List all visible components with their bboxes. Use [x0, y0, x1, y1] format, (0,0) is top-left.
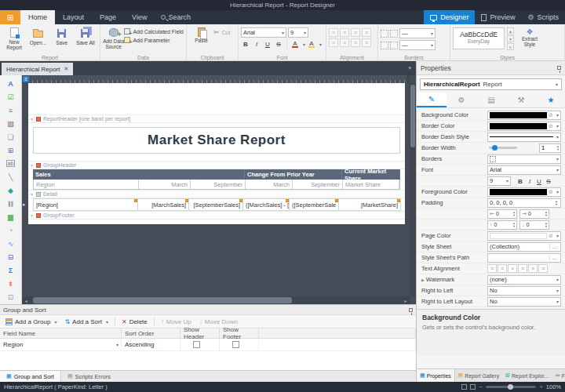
report-title-label-control[interactable]: Market Share Report: [33, 127, 400, 154]
font-color-button[interactable]: A: [290, 39, 300, 49]
save-all-button[interactable]: Save All: [74, 26, 97, 45]
add-calculated-field-button[interactable]: Add Calculated Field: [124, 28, 184, 34]
font-italic-button[interactable]: I: [525, 176, 534, 186]
table-header-row-1[interactable]: Sales Change From Prior Year Current Mar…: [33, 169, 400, 180]
data-category-tab[interactable]: ⚙: [447, 93, 476, 107]
border-color-editor[interactable]: ⊘▾: [487, 122, 561, 131]
align-middle-left-icon[interactable]: ≡: [518, 264, 527, 273]
property-row-text-alignment[interactable]: Text Alignment ≡ ≡ ≡ ≡ ≡ ≡: [417, 263, 565, 274]
property-row-background-color[interactable]: Background Color ⊘▾: [417, 110, 565, 121]
property-row-foreground-color[interactable]: Foreground Color ⊘▾: [417, 187, 565, 198]
align-bottom-icon[interactable]: ≡: [351, 38, 360, 47]
field-march-change-expression[interactable]: ([MarchSales] - [: [242, 198, 290, 211]
property-row-right-to-left-layout[interactable]: Right to Left Layout No▾: [417, 296, 565, 307]
font-bold-button[interactable]: B: [516, 176, 525, 186]
font-size-combo[interactable]: 9 ▾: [288, 27, 308, 38]
padding-right-spinner[interactable]: ⇥0▲▼: [519, 209, 549, 219]
pin-icon[interactable]: [409, 308, 413, 312]
align-middle-center-icon[interactable]: ≡: [528, 264, 538, 273]
property-row-watermark[interactable]: ▶Watermark (none)▾: [417, 274, 565, 285]
border-outline-icon[interactable]: [381, 42, 388, 49]
ellipsis-button[interactable]: …: [549, 244, 559, 249]
right-to-left-layout-editor[interactable]: No▾: [487, 297, 561, 307]
sum-tool[interactable]: Σ: [2, 263, 20, 277]
padding-top-spinner[interactable]: ↑0▲▼: [487, 220, 517, 230]
fit-page-icon[interactable]: [461, 384, 467, 390]
line-tool[interactable]: ╲: [2, 170, 20, 183]
scroll-right-icon[interactable]: ▸: [402, 298, 410, 303]
align-top-right-icon[interactable]: ≡: [508, 264, 517, 273]
align-left-icon[interactable]: ≡: [329, 28, 338, 37]
collapse-chevron-icon[interactable]: ▼: [30, 117, 34, 122]
property-row-style-sheet-path[interactable]: Style Sheet's Path …: [417, 252, 565, 263]
cross-band-tool[interactable]: ⊡: [2, 290, 20, 303]
add-sort-button[interactable]: ⇅ Add a Sort ▾: [61, 318, 111, 326]
doc-tab-hierarchical-report[interactable]: Hierarchical Report ✕: [2, 63, 73, 75]
spinner-arrows-icon[interactable]: ▲▼: [555, 200, 559, 205]
foreground-color-editor[interactable]: ⊘▾: [487, 187, 561, 197]
header-cell-change[interactable]: Change From Prior Year: [245, 169, 342, 180]
design-canvas[interactable]: ▸ ▼ ReportHeader [one band per report] M…: [22, 83, 410, 296]
border-width-slider[interactable]: [489, 147, 517, 149]
page-break-tool[interactable]: ⇟: [2, 277, 20, 290]
layout-category-tab[interactable]: ▤: [476, 93, 506, 107]
font-strike-button[interactable]: S: [544, 176, 553, 186]
gallery-expand-icon[interactable]: ≡: [507, 43, 514, 50]
panel-tool[interactable]: ❏: [2, 130, 20, 143]
header-cell-sales[interactable]: Sales: [33, 169, 245, 180]
collapse-chevron-icon[interactable]: ▼: [30, 163, 34, 168]
property-row-style-sheet[interactable]: Style Sheet (Collection)…: [417, 241, 565, 252]
tab-report-gallery[interactable]: ▤Report Gallery: [455, 369, 502, 382]
tab-scripts-errors[interactable]: ▤ Scripts Errors: [61, 371, 117, 382]
padding-bottom-spinner[interactable]: ↓0▲▼: [519, 220, 549, 230]
gallery-down-icon[interactable]: ▼: [507, 35, 514, 42]
border-width-spinner[interactable]: 1▲▼: [539, 143, 561, 153]
property-row-border-color[interactable]: Border Color ⊘▾: [417, 121, 565, 132]
favorites-category-tab[interactable]: ★: [536, 93, 565, 107]
chevron-down-icon[interactable]: ▾: [303, 42, 305, 47]
tab-view[interactable]: View: [124, 10, 155, 24]
word-wrap-icon[interactable]: ≡: [362, 38, 371, 47]
collapse-chevron-icon[interactable]: ▼: [30, 213, 34, 218]
slider-thumb[interactable]: [492, 145, 498, 151]
sort-order-cell[interactable]: Ascending: [122, 339, 180, 350]
report-smart-tag[interactable]: ≡: [23, 76, 29, 82]
spinner-arrows-icon[interactable]: ▲▼: [512, 211, 516, 216]
label-tool[interactable]: A: [2, 77, 20, 90]
font-name-combo[interactable]: Arial ▾: [241, 27, 286, 38]
tab-group-and-sort[interactable]: ▦ Group and Sort: [0, 371, 61, 382]
show-header-checkbox[interactable]: [193, 341, 200, 348]
align-right-icon[interactable]: ≡: [351, 28, 360, 37]
expand-chevron-icon[interactable]: ▶: [421, 278, 425, 282]
scripts-mode-button[interactable]: ⚙ Scripts: [521, 10, 565, 24]
background-color-editor[interactable]: ⊘▾: [487, 111, 561, 120]
extract-style-button[interactable]: ❖ Extract Style: [516, 27, 543, 47]
tab-home[interactable]: Home: [20, 10, 55, 24]
group-sort-row[interactable]: Region ▾ Ascending: [0, 339, 416, 351]
paste-button[interactable]: Paste: [189, 26, 213, 43]
tab-page[interactable]: Page: [92, 10, 124, 24]
header-cell-march[interactable]: March: [139, 180, 191, 189]
character-comb-tool[interactable]: ab: [2, 157, 20, 170]
report-page[interactable]: ▼ ReportHeader [one band per report] Mar…: [28, 83, 405, 224]
padding-left-spinner[interactable]: ⇤0▲▼: [487, 209, 517, 219]
field-september-change-expression[interactable]: ([SeptemberSale: [289, 198, 339, 211]
style-gallery-item[interactable]: AaBbCcDdE EveryDay: [453, 27, 505, 49]
zoom-slider-thumb[interactable]: [508, 384, 513, 390]
smart-tag-icon[interactable]: [397, 199, 400, 202]
close-icon[interactable]: ✕: [64, 66, 68, 72]
tab-report-explorer[interactable]: ⊞Report Explor...: [502, 369, 552, 382]
border-inside-icon[interactable]: [390, 42, 398, 49]
move-up-button[interactable]: ↑ Move Up: [158, 318, 195, 326]
horizontal-scrollbar[interactable]: ◂ ▸: [22, 296, 410, 304]
tab-field-list[interactable]: ≔Field List: [552, 369, 565, 382]
bold-button[interactable]: B: [241, 39, 250, 49]
borders-editor[interactable]: ▾: [487, 154, 561, 164]
field-name-combo[interactable]: Region ▾: [0, 339, 122, 350]
pin-icon[interactable]: [557, 66, 561, 70]
highlight-color-button[interactable]: A: [307, 39, 316, 49]
underline-button[interactable]: U: [263, 39, 272, 49]
gallery-up-icon[interactable]: ▲: [507, 27, 514, 34]
padding-editor[interactable]: 0, 0, 0, 0▲▼: [487, 198, 561, 208]
open-button[interactable]: Open...: [26, 26, 49, 45]
